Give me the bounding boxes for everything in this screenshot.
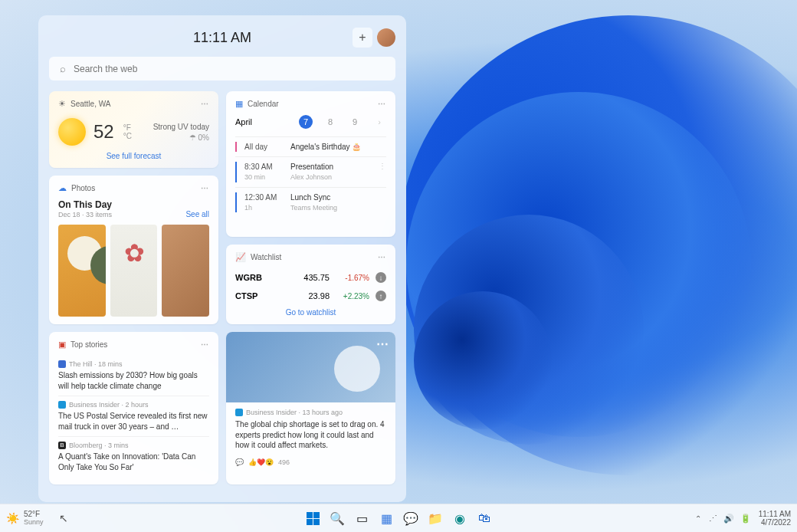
stock-row[interactable]: CTSP 23.98 +2.23% ↑ [235,287,386,305]
photo-thumbnail[interactable] [110,225,158,317]
store-button[interactable]: 🛍 [474,508,494,528]
calendar-day[interactable]: 7 [299,115,313,129]
story-item[interactable]: The Hill · 18 mins Slash emissions by 20… [58,356,209,396]
calendar-day[interactable]: 8 [323,115,337,129]
task-view-button[interactable]: ▭ [352,508,372,528]
story-item[interactable]: BBloomberg · 3 mins A Quant's Take on In… [58,437,209,477]
event-more[interactable]: ⋮ [379,162,386,182]
watchlist-link[interactable]: Go to watchlist [235,308,386,317]
search-input[interactable] [74,64,385,74]
stories-header: Top stories [71,340,107,349]
weather-condition: Strong UV today [153,123,209,131]
reactions-icon: 👍❤️😮 [248,458,274,466]
photos-title: On This Day [58,199,209,210]
news-icon: ▣ [58,340,66,350]
see-all-link[interactable]: See all [185,210,209,218]
calendar-event[interactable]: 8:30 AM30 min PresentationAlex Johnson ⋮ [235,156,386,187]
stocks-icon: 📈 [235,252,246,262]
system-tray[interactable]: ⋰ 🔊 🔋 [709,514,751,524]
widgets-panel: 11:11 AM + ⌕ ☀Seattle, WA ⋯ 52 °F°C S [38,15,406,502]
taskbar-clock[interactable]: 11:11 AM 4/7/2022 [759,510,791,527]
photos-icon: ☁ [58,183,67,193]
weather-rain: 0% [198,133,209,142]
search-icon: ⌕ [60,63,66,74]
calendar-widget[interactable]: ▦Calendar ⋯ April 7 8 9 › All day Angela… [226,91,395,237]
weather-widget[interactable]: ☀Seattle, WA ⋯ 52 °F°C Strong UV today ☂… [49,91,218,168]
calendar-event[interactable]: All day Angela's Birthday 🎂 [235,136,386,156]
watchlist-widget[interactable]: 📈Watchlist ⋯ WGRB 435.75 -1.67% ↓ CTSP 2… [226,245,395,324]
cursor-icon: ↖ [59,512,68,524]
photo-thumbnail[interactable] [58,225,106,317]
battery-icon: 🔋 [740,514,751,524]
calendar-day[interactable]: 9 [348,115,362,129]
taskbar-weather[interactable]: ☀️ 52°FSunny ↖ [6,511,68,526]
reaction-count: 496 [278,458,290,466]
news-title: The global chip shortage is set to drag … [235,419,386,451]
calendar-title: Calendar [248,100,279,108]
top-stories-widget[interactable]: ▣Top stories ⋯ The Hill · 18 mins Slash … [49,332,218,484]
widgets-button[interactable]: ▦ [376,508,396,528]
watchlist-title: Watchlist [251,253,281,261]
photo-thumbnail[interactable] [162,225,209,317]
search-box[interactable]: ⌕ [49,57,395,80]
sun-icon: ☀️ [6,512,19,524]
sun-icon [58,118,86,146]
explorer-button[interactable]: 📁 [425,508,445,528]
weather-unit: °F°C [123,123,132,140]
desktop: 11:11 AM + ⌕ ☀Seattle, WA ⋯ 52 °F°C S [0,0,797,532]
more-button[interactable]: ⋯ [376,337,389,351]
calendar-icon: ▦ [235,99,243,109]
photos-widget[interactable]: ☁Photos ⋯ On This Day Dec 18 · 33 items … [49,176,218,324]
taskbar: ☀️ 52°FSunny ↖ 🔍 ▭ ▦ 💬 📁 ◉ 🛍 ⌃ ⋰ 🔊 🔋 11:… [0,504,797,532]
stock-row[interactable]: WGRB 435.75 -1.67% ↓ [235,268,386,287]
weather-icon: ☀ [58,99,66,109]
more-button[interactable]: ⋯ [201,184,209,192]
edge-button[interactable]: ◉ [450,508,470,528]
user-avatar[interactable] [377,28,395,47]
photos-subtitle: Dec 18 · 33 items [58,211,112,218]
umbrella-icon: ☂ [189,133,196,142]
more-button[interactable]: ⋯ [378,253,386,261]
add-widget-button[interactable]: + [353,28,372,48]
search-button[interactable]: 🔍 [327,508,347,528]
more-button[interactable]: ⋯ [201,340,209,349]
widgets-header: 11:11 AM + [49,26,395,49]
taskbar-center: 🔍 ▭ ▦ 💬 📁 ◉ 🛍 [303,508,494,528]
story-item[interactable]: Business Insider · 2 hours The US Postal… [58,396,209,437]
wifi-icon: ⋰ [709,514,717,524]
news-article-widget[interactable]: ⋯ Business Insider · 13 hours ago The gl… [226,332,395,484]
news-image: ⋯ [226,332,395,402]
start-button[interactable] [303,508,323,528]
comment-icon[interactable]: 💬 [235,458,244,466]
forecast-link[interactable]: See full forecast [58,152,209,160]
weather-temp: 52 [93,121,114,143]
weather-location: Seattle, WA [71,100,110,108]
chevron-up-icon[interactable]: ⌃ [695,514,701,523]
trend-up-icon: ↑ [376,291,386,301]
calendar-event[interactable]: 12:30 AM1h Lunch SyncTeams Meeting [235,187,386,218]
calendar-month: April [235,117,252,126]
chat-button[interactable]: 💬 [401,508,421,528]
news-source: Business Insider · 13 hours ago [246,409,343,416]
widgets-clock: 11:11 AM [193,30,251,46]
calendar-next[interactable]: › [372,115,386,129]
trend-down-icon: ↓ [376,272,386,283]
more-button[interactable]: ⋯ [378,100,386,108]
more-button[interactable]: ⋯ [201,100,209,108]
volume-icon: 🔊 [723,514,734,524]
photos-header: Photos [71,184,95,192]
